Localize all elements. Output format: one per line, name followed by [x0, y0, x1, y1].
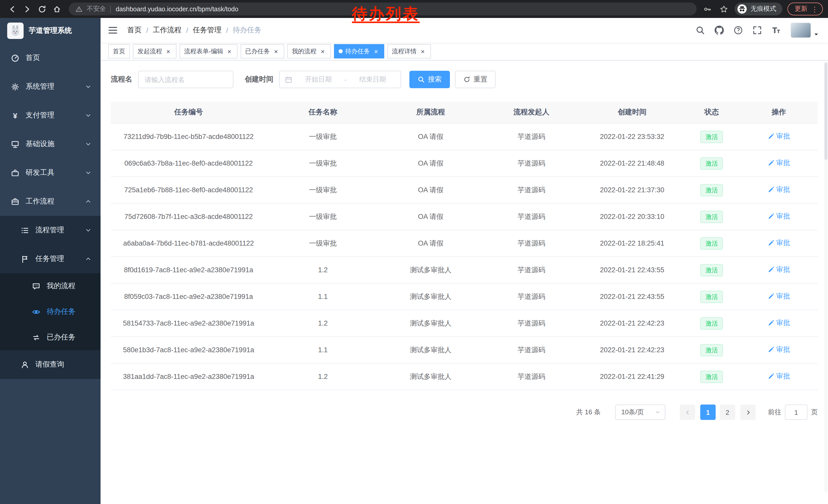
approve-button[interactable]: 审批 [768, 239, 790, 248]
password-key-button[interactable] [702, 3, 713, 15]
tab-item[interactable]: 首页 [108, 44, 130, 58]
chevron-down-icon [85, 170, 91, 176]
approve-button[interactable]: 审批 [768, 265, 790, 275]
sidebar-item-leave-query[interactable]: 请假查询 [0, 350, 100, 379]
sidebar-item-home[interactable]: 首页 [0, 44, 100, 72]
tab-item[interactable]: 已办任务× [241, 44, 284, 58]
reset-button[interactable]: 重置 [455, 71, 496, 88]
cell-created-time: 2022-01-21 22:42:23 [581, 310, 684, 336]
cell-action: 审批 [740, 283, 818, 310]
sidebar-item-workflow[interactable]: 工作流程 [0, 187, 100, 216]
goto-label: 前往 [768, 408, 781, 417]
cell-status: 激活 [683, 177, 740, 203]
forward-button[interactable] [20, 2, 34, 16]
edit-icon [768, 293, 774, 300]
sidebar-item-infrastructure[interactable]: 基础设施 [0, 130, 100, 158]
search-icon[interactable] [696, 26, 705, 35]
bookmark-button[interactable] [718, 3, 730, 15]
tab-item[interactable]: 发起流程× [133, 44, 176, 58]
cell-task-name: 1.1 [266, 283, 379, 310]
incognito-icon [737, 4, 747, 14]
tab-item[interactable]: 待办任务× [334, 44, 384, 58]
page-number-button[interactable]: 2 [720, 405, 735, 420]
close-icon[interactable]: × [419, 48, 426, 55]
approve-button[interactable]: 审批 [768, 372, 790, 381]
page-size-select[interactable]: 10条/页 [615, 405, 665, 420]
column-header: 流程发起人 [482, 101, 581, 123]
tab-item[interactable]: 流程详情× [387, 44, 431, 58]
refresh-button[interactable] [35, 2, 49, 16]
breadcrumb-item[interactable]: 任务管理 [193, 26, 222, 35]
navbar-actions [696, 22, 819, 38]
close-icon[interactable]: × [273, 48, 280, 55]
scrollbar[interactable] [824, 61, 827, 492]
approve-button[interactable]: 审批 [768, 319, 790, 328]
scrollbar-thumb[interactable] [824, 62, 827, 160]
cell-process: OA 请假 [379, 123, 482, 150]
sidebar-item-payment[interactable]: ¥支付管理 [0, 101, 100, 130]
cell-task-id: 58154733-7ac8-11ec-a9e2-a2380e71991a [111, 310, 266, 336]
key-icon [703, 5, 711, 13]
page-number-button[interactable]: 1 [700, 405, 716, 420]
sidebar-item-task-mgmt[interactable]: 任务管理 [0, 244, 100, 273]
process-name-input[interactable] [138, 71, 234, 88]
back-button[interactable] [5, 2, 19, 16]
sidebar-item-process-mgmt[interactable]: 流程管理 [0, 216, 100, 244]
table-header-row: 任务编号任务名称所属流程流程发起人创建时间状态操作 [111, 101, 818, 123]
prev-page-button[interactable] [680, 405, 695, 420]
approve-button[interactable]: 审批 [768, 159, 790, 168]
tab-label: 已办任务 [245, 47, 270, 56]
incognito-label: 无痕模式 [750, 5, 776, 13]
sidebar-item-label: 工作流程 [26, 197, 54, 206]
sidebar-item-my-process[interactable]: 我的流程 [0, 273, 100, 299]
edit-icon [768, 267, 774, 273]
breadcrumb-item[interactable]: 首页 [127, 26, 141, 35]
date-range-picker[interactable]: 开始日期 - 结束日期 [279, 71, 401, 88]
font-size-icon[interactable] [772, 26, 781, 35]
close-icon[interactable]: × [165, 48, 172, 55]
github-icon[interactable] [715, 26, 724, 35]
cell-action: 审批 [740, 336, 818, 363]
breadcrumb-item[interactable]: 工作流程 [153, 26, 181, 35]
sidebar-item-label: 支付管理 [26, 111, 54, 120]
next-page-button[interactable] [740, 405, 756, 420]
close-icon[interactable]: × [372, 48, 380, 55]
hamburger-icon[interactable] [108, 25, 118, 35]
approve-button[interactable]: 审批 [768, 292, 790, 301]
process-name-label: 流程名 [111, 75, 132, 84]
tab-item[interactable]: 我的流程× [287, 44, 331, 58]
sidebar-item-dev-tools[interactable]: 研发工具 [0, 158, 100, 187]
column-header: 操作 [740, 101, 818, 123]
user-menu[interactable] [791, 22, 819, 38]
warning-icon [75, 5, 83, 12]
kebab-menu-icon[interactable]: ⋮ [811, 5, 818, 12]
column-header: 任务名称 [266, 101, 379, 123]
approve-button[interactable]: 审批 [768, 212, 790, 221]
close-icon[interactable]: × [319, 48, 326, 55]
sidebar-item-system[interactable]: 系统管理 [0, 72, 100, 101]
fullscreen-icon[interactable] [753, 26, 762, 35]
start-date-placeholder: 开始日期 [295, 75, 341, 84]
sidebar-item-label: 系统管理 [26, 82, 54, 91]
cell-task-name: 一级审批 [266, 123, 379, 150]
app-logo-row[interactable]: 芋道管理系统 [0, 18, 100, 44]
cell-status: 激活 [683, 230, 740, 257]
approve-button[interactable]: 审批 [768, 132, 790, 141]
breadcrumb: 首页/工作流程/任务管理/待办任务 [127, 26, 261, 35]
chevron-up-icon [85, 256, 91, 262]
cell-initiator: 芋道源码 [482, 336, 581, 363]
approve-button[interactable]: 审批 [768, 345, 790, 355]
cell-created-time: 2022-01-22 18:25:41 [581, 230, 684, 257]
help-icon[interactable] [734, 26, 743, 35]
address-bar[interactable]: 不安全 dashboard.yudao.iocoder.cn/bpm/task/… [69, 3, 697, 15]
sidebar-item-done-task[interactable]: 已办任务 [0, 325, 100, 350]
tab-item[interactable]: 流程表单-编辑× [179, 44, 238, 58]
update-button[interactable]: 更新 ⋮ [787, 3, 823, 15]
sidebar-item-todo-task[interactable]: 待办任务 [0, 299, 100, 325]
close-icon[interactable]: × [226, 48, 233, 55]
home-button[interactable] [50, 2, 64, 16]
search-button[interactable]: 搜索 [409, 71, 450, 88]
goto-page-input[interactable] [785, 405, 808, 420]
cell-status: 激活 [683, 363, 740, 390]
approve-button[interactable]: 审批 [768, 185, 790, 194]
